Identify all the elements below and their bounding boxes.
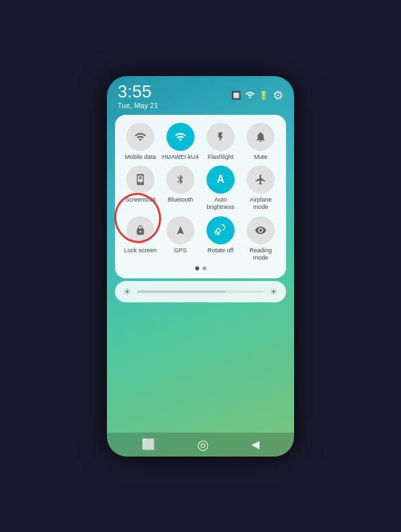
qs-row-3: Lock screen GPS Rotate off: [120, 216, 281, 262]
dot-2: [203, 266, 207, 270]
qs-wifi[interactable]: HUAWEI-kU4: [161, 123, 200, 161]
mobile-data-icon: [126, 123, 154, 151]
qs-mobile-data[interactable]: Mobile data: [121, 123, 160, 161]
dot-1: [195, 266, 199, 270]
wifi-status-icon: [245, 90, 255, 100]
phone-screen: 3:55 Tue, May 21 🔲 🔋 ⚙ Mobile d: [107, 76, 294, 457]
nav-home-button[interactable]: ◎: [197, 437, 209, 453]
qs-row-2: Screenshot Bluetooth A Auto brightness: [120, 166, 281, 211]
mute-label: Mute: [254, 154, 267, 161]
qs-gps[interactable]: GPS: [161, 216, 200, 262]
screenshot-label: Screenshot: [125, 196, 156, 204]
reading-mode-label: Reading mode: [241, 247, 280, 262]
qs-screenshot[interactable]: Screenshot: [121, 166, 160, 211]
qs-airplane[interactable]: Airplane mode: [241, 166, 280, 211]
flashlight-icon: [207, 123, 235, 151]
gps-label: GPS: [174, 247, 186, 254]
qs-mute[interactable]: Mute: [241, 123, 280, 161]
reading-mode-icon: [247, 216, 275, 244]
bluetooth-label: Bluetooth: [168, 196, 193, 204]
navigation-bar: ⬜ ◎ ◀: [107, 433, 294, 457]
qs-flashlight[interactable]: Flashlight: [201, 123, 240, 161]
qs-auto-brightness[interactable]: A Auto brightness: [201, 166, 240, 211]
flashlight-label: Flashlight: [208, 154, 234, 161]
page-dots: [120, 266, 281, 270]
mute-icon: [247, 123, 275, 151]
settings-gear-icon[interactable]: ⚙: [273, 88, 283, 103]
brightness-high-icon: ☀: [269, 286, 278, 297]
phone-frame: 3:55 Tue, May 21 🔲 🔋 ⚙ Mobile d: [107, 76, 294, 457]
screenshot-icon: [126, 166, 154, 194]
auto-brightness-icon: A: [207, 166, 235, 194]
wifi-label: HUAWEI-kU4: [162, 154, 199, 161]
nav-recent-button[interactable]: ⬜: [142, 438, 155, 451]
auto-brightness-label: Auto brightness: [201, 196, 240, 211]
wifi-icon: [166, 123, 194, 151]
lock-screen-icon: [126, 216, 154, 244]
bluetooth-icon: [166, 166, 194, 194]
qs-row-1: Mobile data HUAWEI-kU4 Flashlight: [120, 123, 281, 161]
mobile-data-label: Mobile data: [125, 154, 156, 161]
battery-level-icon: 🔋: [259, 91, 269, 100]
time-block: 3:55 Tue, May 21: [118, 83, 158, 109]
clock-time: 3:55: [118, 83, 158, 100]
status-bar: 3:55 Tue, May 21 🔲 🔋 ⚙: [107, 76, 294, 112]
brightness-bar[interactable]: ☀ ☀: [115, 281, 286, 302]
rotate-off-icon: [207, 216, 235, 244]
quick-settings-panel: Mobile data HUAWEI-kU4 Flashlight: [115, 115, 286, 279]
airplane-label: Airplane mode: [241, 196, 280, 211]
qs-lock-screen[interactable]: Lock screen: [121, 216, 160, 262]
lock-screen-label: Lock screen: [124, 247, 157, 254]
gps-icon: [166, 216, 194, 244]
rotate-off-label: Rotate off: [208, 247, 234, 254]
qs-reading-mode[interactable]: Reading mode: [241, 216, 280, 262]
nav-back-button[interactable]: ◀: [251, 438, 259, 451]
status-icons: 🔲 🔋 ⚙: [231, 83, 283, 103]
brightness-fill: [137, 290, 226, 293]
brightness-track[interactable]: [137, 290, 264, 293]
battery-icon: 🔲: [231, 91, 241, 100]
brightness-low-icon: ☀: [123, 286, 132, 297]
airplane-icon: [247, 166, 275, 194]
qs-bluetooth[interactable]: Bluetooth: [161, 166, 200, 211]
qs-rotate-off[interactable]: Rotate off: [201, 216, 240, 262]
clock-date: Tue, May 21: [118, 101, 158, 109]
